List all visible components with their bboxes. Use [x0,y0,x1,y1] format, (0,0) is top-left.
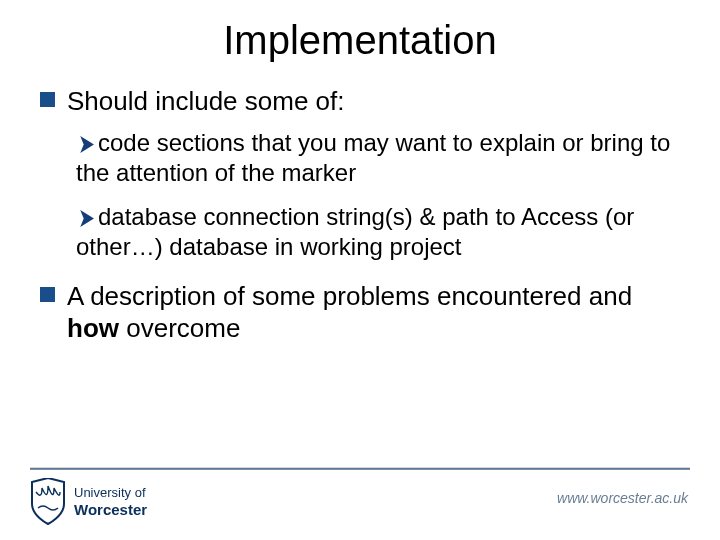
footer-url: www.worcester.ac.uk [557,490,688,506]
list-item: Should include some of: ➤code sections t… [40,85,680,262]
university-logo: University of Worcester [30,478,147,526]
sub-bullet-text: code sections that you may want to expla… [76,129,670,186]
shield-icon [30,478,66,526]
footer: University of Worcester www.worcester.ac… [0,468,720,540]
bullet-list: Should include some of: ➤code sections t… [40,85,680,345]
sub-list-item: ➤database connection string(s) & path to… [76,202,680,262]
chevron-right-icon: ➤ [79,130,94,158]
square-bullet-icon [40,92,55,107]
university-name: University of Worcester [74,486,147,518]
university-line2: Worcester [74,501,147,518]
list-item: A description of some problems encounter… [40,280,680,345]
divider [30,468,690,470]
square-bullet-icon [40,287,55,302]
slide-body: Implementation Should include some of: ➤… [0,0,720,540]
chevron-right-icon: ➤ [79,204,94,232]
sub-list: ➤code sections that you may want to expl… [40,128,680,262]
university-line1: University of [74,486,147,501]
sub-list-item: ➤code sections that you may want to expl… [76,128,680,188]
bullet-text: A description of some problems encounter… [67,280,680,345]
sub-bullet-text: database connection string(s) & path to … [76,203,634,260]
slide-title: Implementation [40,18,680,63]
bullet-text: Should include some of: [67,85,345,118]
